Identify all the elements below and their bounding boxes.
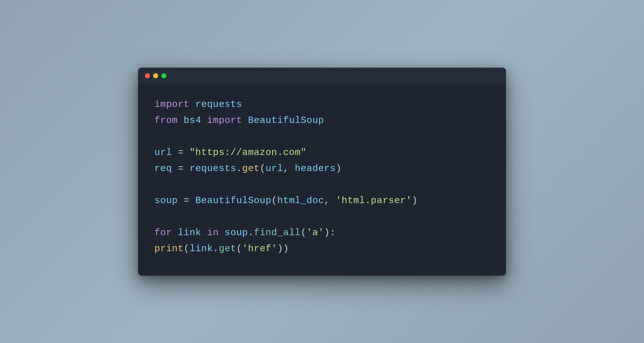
keyword-import: import: [154, 99, 190, 110]
obj-requests: requests: [190, 163, 236, 174]
code-line-2: from bs4 import BeautifulSoup: [154, 113, 490, 129]
param-headers: headers: [295, 163, 336, 174]
title-bar: [138, 68, 506, 83]
var-link: link: [178, 227, 201, 238]
maximize-button[interactable]: [161, 73, 166, 78]
method-find-all: find_all: [254, 227, 301, 238]
var-url: url: [154, 147, 172, 158]
code-line-7: soup = BeautifulSoup(html_doc, 'html.par…: [154, 193, 490, 209]
code-line-5: req = requests.get(url, headers): [154, 161, 490, 177]
string-parser: 'html.parser': [336, 195, 412, 206]
blank-line-1: [154, 129, 490, 145]
class-bs-call: BeautifulSoup: [195, 195, 271, 206]
obj-link: link: [190, 243, 213, 254]
blank-line-2: [154, 177, 490, 193]
obj-soup: soup: [225, 227, 248, 238]
keyword-for: for: [154, 227, 172, 238]
keyword-from: from: [154, 115, 178, 126]
code-window: import requests from bs4 import Beautifu…: [138, 68, 506, 276]
keyword-in: in: [207, 227, 219, 238]
var-soup: soup: [154, 195, 178, 206]
minimize-button[interactable]: [153, 73, 158, 78]
blank-line-3: [154, 209, 490, 225]
string-a: 'a': [307, 227, 324, 238]
string-href: 'href': [242, 243, 277, 254]
module-requests: requests: [195, 99, 242, 110]
param-url: url: [265, 163, 283, 174]
code-line-10: print(link.get('href')): [154, 241, 490, 257]
method-get: get: [219, 243, 236, 254]
code-line-1: import requests: [154, 97, 490, 113]
code-line-4: url = "https://amazon.com": [154, 145, 490, 161]
class-beautifulsoup: BeautifulSoup: [248, 115, 324, 126]
func-print: print: [154, 243, 184, 254]
method-get: get: [242, 163, 260, 174]
string-url: "https://amazon.com": [190, 147, 307, 158]
var-req: req: [154, 163, 172, 174]
code-line-9: for link in soup.find_all('a'):: [154, 225, 490, 241]
param-html-doc: html_doc: [277, 195, 324, 206]
close-button[interactable]: [145, 73, 150, 78]
code-editor: import requests from bs4 import Beautifu…: [138, 83, 506, 276]
keyword-import-2: import: [207, 115, 242, 126]
module-bs4: bs4: [184, 115, 201, 126]
